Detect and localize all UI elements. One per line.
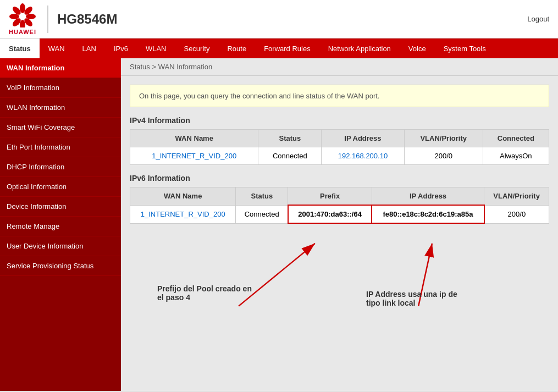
sidebar-item-wan-information[interactable]: WAN Information [0, 58, 121, 78]
nav-item-forward-rules[interactable]: Forward Rules [255, 38, 319, 58]
ipv6-cell-1: Connected [236, 205, 288, 223]
info-message: On this page, you can query the connecti… [130, 85, 549, 107]
sidebar-item-device-information[interactable]: Device Information [0, 197, 121, 217]
sidebar-item-optical-information[interactable]: Optical Information [0, 177, 121, 197]
ipv6-col-prefix: Prefix [288, 187, 372, 206]
ipv6-section-title: IPv6 Information [130, 174, 549, 183]
svg-point-2 [26, 14, 36, 19]
breadcrumb-text: Status > WAN Information [130, 63, 212, 71]
ipv4-table-header: WAN NameStatusIP AddressVLAN/PriorityCon… [130, 130, 549, 147]
ipv4-table-row: 1_INTERNET_R_VID_200Connected192.168.200… [130, 147, 549, 165]
logout-button[interactable]: Logout [527, 15, 549, 23]
ipv4-cell-0[interactable]: 1_INTERNET_R_VID_200 [130, 147, 258, 165]
nav-item-lan[interactable]: LAN [74, 38, 105, 58]
ipv4-table: WAN NameStatusIP AddressVLAN/PriorityCon… [130, 129, 549, 165]
annotation-label-1: Prefijo del Pool creado enel paso 4 [157, 284, 252, 302]
ipv4-col-connected: Connected [483, 130, 549, 147]
huawei-logo: HUAWEI [9, 3, 36, 35]
main-navbar: StatusWANLANIPv6WLANSecurityRouteForward… [0, 38, 558, 58]
nav-item-ipv6[interactable]: IPv6 [105, 38, 137, 58]
device-name: HG8546M [57, 12, 527, 27]
svg-point-0 [20, 3, 25, 13]
ipv4-cell-2[interactable]: 192.168.200.10 [322, 147, 405, 165]
sidebar: WAN InformationVoIP InformationWLAN Info… [0, 58, 121, 391]
ipv4-table-body: 1_INTERNET_R_VID_200Connected192.168.200… [130, 147, 549, 165]
header-divider [47, 5, 48, 33]
nav-item-wan[interactable]: WAN [40, 38, 74, 58]
sidebar-item-eth-port-information[interactable]: Eth Port Information [0, 137, 121, 157]
sidebar-item-voip-information[interactable]: VoIP Information [0, 78, 121, 98]
ipv6-col-vlan-priority: VLAN/Priority [484, 187, 549, 206]
ipv4-col-status: Status [258, 130, 322, 147]
nav-item-status[interactable]: Status [0, 38, 40, 58]
nav-item-security[interactable]: Security [175, 38, 218, 58]
huawei-brand-text: HUAWEI [9, 29, 36, 35]
ipv6-table-row: 1_INTERNET_R_VID_200Connected2001:470:da… [130, 205, 549, 223]
annotation-area: Prefijo del Pool creado enel paso 4 IP A… [130, 229, 549, 339]
ipv4-cell-3: 200/0 [404, 147, 483, 165]
breadcrumb: Status > WAN Information [121, 58, 558, 76]
sidebar-item-remote-manage[interactable]: Remote Manage [0, 217, 121, 236]
ipv4-cell-1: Connected [258, 147, 322, 165]
ipv6-table-header: WAN NameStatusPrefixIP AddressVLAN/Prior… [130, 187, 549, 206]
ipv6-cell-4: 200/0 [484, 205, 549, 223]
sidebar-item-user-device-information[interactable]: User Device Information [0, 236, 121, 256]
ipv4-cell-4: AlwaysOn [483, 147, 549, 165]
sidebar-item-smart-wifi-coverage[interactable]: Smart WiFi Coverage [0, 118, 121, 137]
sidebar-item-wlan-information[interactable]: WLAN Information [0, 98, 121, 118]
ipv6-col-status: Status [236, 187, 288, 206]
ipv6-cell-3: fe80::e18c:8c2d:6c19:a85a [372, 205, 484, 223]
ipv6-table-body: 1_INTERNET_R_VID_200Connected2001:470:da… [130, 205, 549, 223]
ipv6-table: WAN NameStatusPrefixIP AddressVLAN/Prior… [130, 187, 549, 224]
nav-item-route[interactable]: Route [218, 38, 255, 58]
ipv4-col-ip-address: IP Address [322, 130, 405, 147]
ipv6-col-ip-address: IP Address [372, 187, 484, 206]
ipv4-col-wan-name: WAN Name [130, 130, 258, 147]
nav-item-voice[interactable]: Voice [400, 38, 435, 58]
sidebar-item-service-provisioning-status[interactable]: Service Provisioning Status [0, 256, 121, 276]
svg-point-6 [9, 14, 19, 19]
annotation-label-2: IP Address usa una ip detipo link local [366, 290, 457, 307]
sidebar-item-dhcp-information[interactable]: DHCP Information [0, 157, 121, 177]
ipv6-cell-0: 1_INTERNET_R_VID_200 [130, 205, 236, 223]
ipv4-section-title: IPv4 Information [130, 116, 549, 125]
nav-item-wlan[interactable]: WLAN [137, 38, 175, 58]
main-content: Status > WAN Information On this page, y… [121, 58, 558, 391]
ipv6-col-wan-name: WAN Name [130, 187, 236, 206]
ipv6-cell-2: 2001:470:da63::/64 [288, 205, 372, 223]
ipv4-col-vlan-priority: VLAN/Priority [404, 130, 483, 147]
nav-item-system-tools[interactable]: System Tools [435, 38, 495, 58]
nav-item-network-application[interactable]: Network Application [319, 38, 400, 58]
